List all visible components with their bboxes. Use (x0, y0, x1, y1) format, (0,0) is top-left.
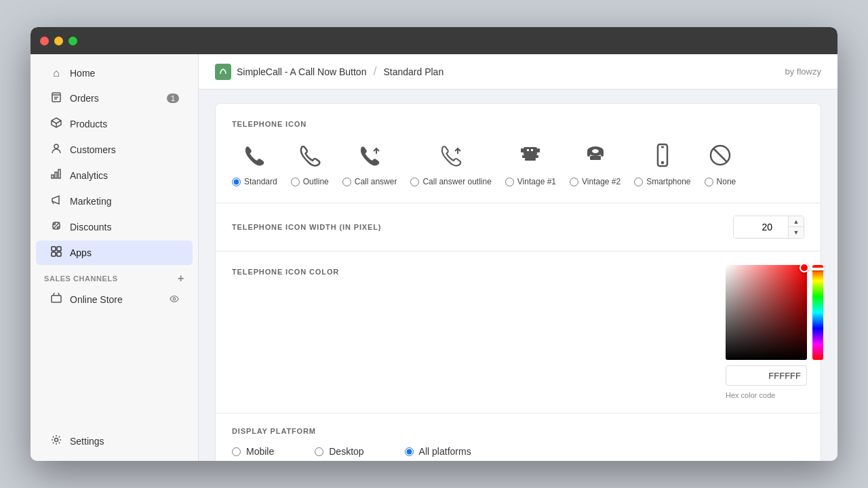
width-label: TELEPHONE ICON WIDTH (IN PIXEL) (232, 223, 733, 231)
increment-button[interactable]: ▲ (789, 216, 804, 227)
smartphone-icon (649, 139, 676, 171)
svg-rect-24 (525, 158, 536, 161)
call-answer-outline-icon (437, 139, 465, 171)
products-icon (50, 117, 63, 131)
svg-line-4 (52, 121, 56, 123)
radio-row-vintage1: Vintage #1 (505, 177, 556, 186)
standard-phone-icon (241, 139, 268, 171)
radio-label-call-answer-outline[interactable]: Call answer outline (422, 177, 491, 186)
sidebar-item-orders[interactable]: Orders 1 (36, 86, 193, 110)
analytics-icon (50, 169, 63, 182)
color-gradient-box[interactable] (726, 265, 807, 360)
discounts-icon (50, 220, 63, 234)
platform-desktop[interactable]: Desktop (315, 446, 363, 457)
platform-radio-group: Mobile Desktop All platforms (232, 446, 804, 457)
sidebar-item-marketing[interactable]: Marketing (36, 189, 193, 214)
color-label-col: TELEPHONE ICON COLOR (216, 251, 712, 413)
radio-label-none[interactable]: None (717, 177, 736, 186)
maximize-button[interactable] (68, 37, 77, 45)
label-desktop[interactable]: Desktop (329, 446, 363, 457)
app-window: ⌂ Home Orders 1 (31, 27, 837, 461)
width-input[interactable] (734, 216, 788, 238)
orders-badge: 1 (167, 94, 179, 103)
sidebar: ⌂ Home Orders 1 (31, 54, 199, 461)
label-all[interactable]: All platforms (419, 446, 471, 457)
hex-input[interactable] (726, 365, 807, 386)
radio-label-vintage1[interactable]: Vintage #1 (517, 177, 556, 186)
vintage1-icon (517, 139, 544, 171)
svg-point-18 (55, 439, 58, 442)
radio-label-outline[interactable]: Outline (303, 177, 329, 186)
radio-none[interactable] (705, 178, 713, 186)
svg-rect-21 (521, 148, 524, 152)
svg-rect-16 (52, 296, 61, 302)
sidebar-item-label: Settings (70, 436, 179, 447)
color-picker-col[interactable]: Hex color code (712, 251, 821, 413)
sidebar-item-label: Products (70, 119, 179, 129)
icon-option-standard[interactable]: Standard (232, 139, 277, 186)
svg-rect-22 (537, 148, 540, 152)
platform-mobile[interactable]: Mobile (232, 446, 274, 457)
topbar-by: by flowzy (785, 66, 821, 77)
radio-call-answer[interactable] (342, 178, 351, 186)
platform-all[interactable]: All platforms (405, 446, 471, 457)
plan-label: Standard Plan (383, 66, 443, 77)
hue-bar[interactable] (812, 265, 823, 360)
sidebar-item-home[interactable]: ⌂ Home (36, 62, 193, 85)
svg-point-6 (54, 144, 58, 148)
online-store-icon (50, 293, 63, 306)
radio-label-smartphone[interactable]: Smartphone (646, 177, 690, 186)
telephone-icon-card: TELEPHONE ICON Standard (215, 103, 821, 203)
eye-icon[interactable] (170, 294, 179, 306)
radio-desktop[interactable] (315, 447, 323, 456)
sidebar-item-label: Apps (70, 247, 179, 258)
gradient-bg (726, 265, 807, 360)
icon-option-outline[interactable]: Outline (291, 139, 329, 186)
content-area: TELEPHONE ICON Standard (199, 89, 837, 461)
titlebar (31, 27, 837, 54)
radio-outline[interactable] (291, 178, 300, 186)
sidebar-item-products[interactable]: Products (36, 112, 193, 136)
main-content: SimpleCall - A Call Now Button / Standar… (199, 54, 837, 461)
svg-rect-12 (52, 247, 56, 251)
radio-mobile[interactable] (232, 447, 241, 456)
icon-option-vintage2[interactable]: Vintage #2 (570, 139, 620, 186)
hue-handle (811, 268, 825, 270)
radio-label-call-answer[interactable]: Call answer (355, 177, 397, 186)
radio-call-answer-outline[interactable] (410, 178, 419, 186)
icon-option-call-answer-outline[interactable]: Call answer outline (410, 139, 491, 186)
color-handle[interactable] (800, 263, 809, 272)
svg-rect-19 (218, 67, 228, 77)
radio-all[interactable] (405, 447, 414, 456)
svg-rect-7 (52, 175, 54, 178)
icon-option-call-answer[interactable]: Call answer (342, 139, 397, 186)
radio-smartphone[interactable] (634, 178, 643, 186)
app-name: SimpleCall - A Call Now Button (237, 66, 366, 77)
radio-label-vintage2[interactable]: Vintage #2 (582, 177, 620, 186)
icon-option-none[interactable]: None (705, 139, 736, 186)
icon-option-vintage1[interactable]: Vintage #1 (505, 139, 556, 186)
decrement-button[interactable]: ▼ (789, 227, 804, 238)
sales-channels-header: SALES CHANNELS + (31, 266, 198, 287)
radio-row-vintage2: Vintage #2 (570, 177, 620, 186)
close-button[interactable] (40, 37, 49, 45)
home-icon: ⌂ (50, 67, 63, 79)
radio-standard[interactable] (232, 178, 241, 186)
sidebar-item-discounts[interactable]: Discounts (36, 215, 193, 239)
radio-vintage1[interactable] (505, 178, 514, 186)
sidebar-item-online-store[interactable]: Online Store (36, 288, 193, 311)
sidebar-item-analytics[interactable]: Analytics (36, 163, 193, 188)
radio-vintage2[interactable] (570, 178, 578, 186)
svg-line-34 (713, 148, 727, 162)
add-sales-channel-button[interactable]: + (178, 272, 184, 285)
sidebar-item-apps[interactable]: Apps (36, 241, 193, 265)
svg-rect-15 (57, 252, 61, 256)
icon-option-smartphone[interactable]: Smartphone (634, 139, 690, 186)
label-mobile[interactable]: Mobile (246, 446, 274, 457)
sidebar-item-customers[interactable]: Customers (36, 138, 193, 162)
radio-label-standard[interactable]: Standard (244, 177, 277, 186)
sidebar-bottom: Settings (31, 428, 198, 454)
minimize-button[interactable] (54, 37, 63, 45)
sidebar-item-settings[interactable]: Settings (36, 429, 193, 453)
radio-row-call-answer: Call answer (342, 177, 397, 186)
